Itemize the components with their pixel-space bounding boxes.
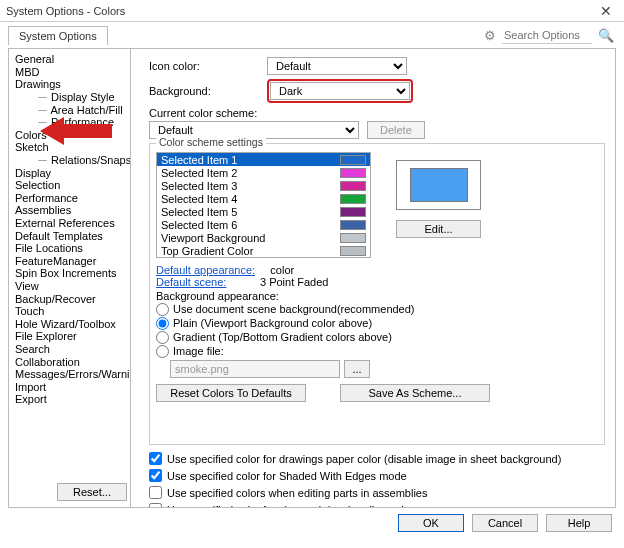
current-scheme-label: Current color scheme: <box>149 107 605 119</box>
tree-item[interactable]: Assemblies <box>11 204 128 217</box>
ok-button[interactable]: OK <box>398 514 464 532</box>
scheme-item[interactable]: Selected Item 4 <box>157 192 370 205</box>
tree-item[interactable]: Spin Box Increments <box>11 267 128 280</box>
scheme-item[interactable]: Selected Item 6 <box>157 218 370 231</box>
background-select[interactable]: Dark <box>270 82 410 100</box>
options-tree[interactable]: GeneralMBDDrawings⸺ Display Style⸺ Area … <box>9 49 131 507</box>
scheme-item[interactable]: Selected Item 1 <box>157 153 370 166</box>
tree-item[interactable]: Colors <box>11 129 128 142</box>
scheme-item[interactable]: Top Gradient Color <box>157 244 370 257</box>
icon-color-label: Icon color: <box>149 60 259 72</box>
cancel-button[interactable]: Cancel <box>472 514 538 532</box>
tree-item[interactable]: Drawings <box>11 78 128 91</box>
tree-item[interactable]: Collaboration <box>11 355 128 368</box>
bg-appearance-label: Background appearance: <box>150 290 604 302</box>
save-scheme-button[interactable]: Save As Scheme... <box>340 384 490 402</box>
tree-item[interactable]: View <box>11 280 128 293</box>
tree-item[interactable]: FeatureManager <box>11 255 128 268</box>
tree-item[interactable]: Messages/Errors/Warnings <box>11 368 128 381</box>
bg-radio-image-label: Image file: <box>173 345 224 357</box>
tree-item[interactable]: ⸺ Area Hatch/Fill <box>11 103 128 116</box>
icon-color-select[interactable]: Default <box>267 57 407 75</box>
tree-item[interactable]: Hole Wizard/Toolbox <box>11 317 128 330</box>
tree-item[interactable]: Sketch <box>11 141 128 154</box>
tree-item[interactable]: Import <box>11 380 128 393</box>
tree-item[interactable]: Selection <box>11 179 128 192</box>
default-appearance-link[interactable]: Default appearance: <box>156 264 255 276</box>
reset-button[interactable]: Reset... <box>57 483 127 501</box>
tree-item[interactable]: Search <box>11 343 128 356</box>
window-title: System Options - Colors <box>6 5 125 17</box>
background-label: Background: <box>149 85 259 97</box>
tree-item[interactable]: Export <box>11 393 128 406</box>
tab-system-options[interactable]: System Options <box>8 26 108 45</box>
tree-item[interactable]: Default Templates <box>11 229 128 242</box>
tree-item[interactable]: File Explorer <box>11 330 128 343</box>
tree-item[interactable]: Touch <box>11 305 128 318</box>
tree-item[interactable]: Performance <box>11 192 128 205</box>
scheme-item[interactable]: Selected Item 2 <box>157 166 370 179</box>
bg-radio-image[interactable] <box>156 345 169 358</box>
tree-item[interactable]: External References <box>11 217 128 230</box>
default-scene-link[interactable]: Default scene: <box>156 276 226 288</box>
tree-item[interactable]: Backup/Recover <box>11 292 128 305</box>
chk-edit-parts-label: Use specified colors when editing parts … <box>167 487 427 499</box>
edit-button[interactable]: Edit... <box>396 220 481 238</box>
reset-colors-button[interactable]: Reset Colors To Defaults <box>156 384 306 402</box>
bg-radio-gradient[interactable] <box>156 331 169 344</box>
highlight-annotation: Dark <box>267 79 413 103</box>
chk-paper-color-label: Use specified color for drawings paper c… <box>167 453 561 465</box>
tree-item[interactable]: MBD <box>11 66 128 79</box>
delete-button: Delete <box>367 121 425 139</box>
tree-item[interactable]: ⸺ Performance <box>11 116 128 129</box>
scheme-item[interactable]: Selected Item 3 <box>157 179 370 192</box>
scheme-settings-legend: Color scheme settings <box>156 136 266 148</box>
bg-radio-doc[interactable] <box>156 303 169 316</box>
search-icon[interactable]: 🔍 <box>598 28 614 43</box>
bg-radio-plain[interactable] <box>156 317 169 330</box>
bg-radio-plain-label: Plain (Viewport Background color above) <box>173 317 372 329</box>
scheme-item[interactable]: Bottom Gradient Color <box>157 257 370 258</box>
default-scene-value: 3 Point Faded <box>260 276 329 288</box>
chk-paper-color[interactable] <box>149 452 162 465</box>
tree-item[interactable]: File Locations <box>11 242 128 255</box>
scheme-item[interactable]: Viewport Background <box>157 231 370 244</box>
tree-item[interactable]: General <box>11 53 128 66</box>
tree-item[interactable]: ⸺ Relations/Snaps <box>11 154 128 167</box>
color-preview <box>396 160 481 210</box>
bg-radio-doc-label: Use document scene background(recommende… <box>173 303 415 315</box>
image-file-browse[interactable]: ... <box>344 360 370 378</box>
default-appearance-value: color <box>270 264 294 276</box>
chk-edit-parts[interactable] <box>149 486 162 499</box>
chk-changed-dims-label: Use specified color for changed drawing … <box>167 504 464 508</box>
chk-shaded-edges[interactable] <box>149 469 162 482</box>
tree-item[interactable]: ⸺ Display Style <box>11 91 128 104</box>
gear-icon[interactable]: ⚙ <box>484 28 496 43</box>
scheme-item[interactable]: Selected Item 5 <box>157 205 370 218</box>
chk-changed-dims[interactable] <box>149 503 162 507</box>
color-scheme-list[interactable]: Selected Item 1Selected Item 2Selected I… <box>156 152 371 258</box>
bg-radio-gradient-label: Gradient (Top/Bottom Gradient colors abo… <box>173 331 392 343</box>
tree-item[interactable]: Display <box>11 166 128 179</box>
chk-shaded-edges-label: Use specified color for Shaded With Edge… <box>167 470 407 482</box>
image-file-input <box>170 360 340 378</box>
help-button[interactable]: Help <box>546 514 612 532</box>
search-input[interactable] <box>502 27 592 44</box>
close-icon[interactable]: ✕ <box>594 3 618 19</box>
